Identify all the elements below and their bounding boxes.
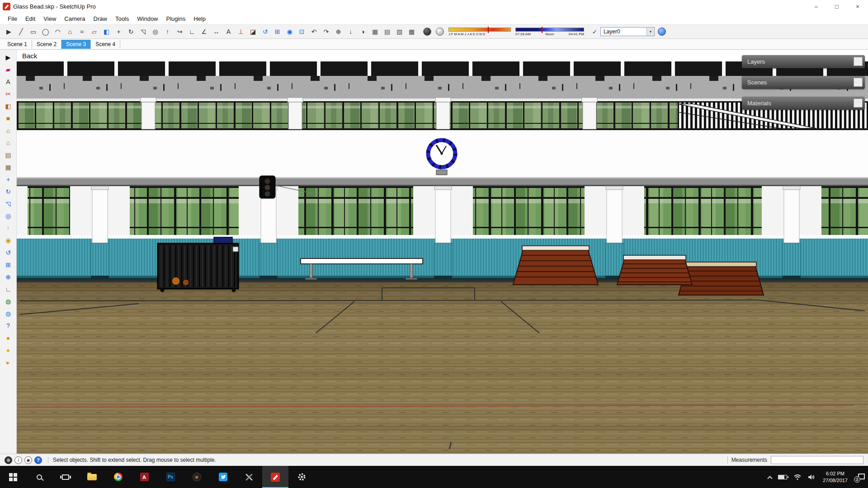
taskbar-twitter[interactable] [210, 466, 236, 488]
shadow-date-slider[interactable]: J F M A M J J A S O N D [448, 28, 511, 36]
orbit-tool-icon[interactable]: ↺ [2, 246, 14, 258]
measurements-input[interactable] [771, 456, 863, 464]
credits-icon[interactable]: i [14, 456, 22, 464]
taskbar-audio-app[interactable]: ◉ [184, 466, 210, 488]
taskbar-photoshop[interactable]: Ps [157, 466, 184, 488]
zoom-tool-icon[interactable]: ◉ [283, 26, 296, 38]
vaulting-box-large[interactable] [513, 246, 598, 285]
tape-measure-icon[interactable]: ∟ [186, 26, 198, 38]
clerestory-windows[interactable] [17, 98, 868, 130]
taskbar-utility-app[interactable] [236, 466, 262, 488]
layer-dropdown[interactable]: Layer0 ▾ [600, 27, 655, 36]
taskbar-settings[interactable] [288, 466, 315, 488]
viewport[interactable]: Back [17, 50, 868, 454]
select-tool-icon[interactable]: ▶ [3, 26, 15, 38]
marker-icon[interactable]: ● [2, 332, 14, 344]
menu-plugins[interactable]: Plugins [162, 14, 190, 23]
eraser-tool-icon[interactable]: ▱ [88, 26, 100, 38]
look-around-icon[interactable]: ◑ [357, 26, 369, 38]
help-icon[interactable]: ? [34, 456, 42, 464]
minimize-button[interactable]: – [806, 0, 826, 13]
paint-tool-icon[interactable]: ◧ [2, 100, 14, 112]
marker2-icon[interactable]: ● [2, 344, 14, 356]
tape-measure-icon[interactable]: ∟ [2, 283, 14, 295]
axes-tool-icon[interactable]: ⊥ [235, 26, 247, 38]
beam[interactable] [17, 177, 868, 186]
taskbar-adobe[interactable]: A [131, 466, 157, 488]
zoom-extents-icon[interactable]: ⊡ [296, 26, 308, 38]
fog-toggle-icon[interactable] [436, 28, 444, 36]
next-view-icon[interactable]: ↷ [320, 26, 332, 38]
offset-tool-icon[interactable]: ◎ [2, 210, 14, 222]
floor[interactable] [17, 281, 868, 454]
add-location-icon[interactable]: ◍ [2, 307, 14, 319]
vaulting-box-middle[interactable] [617, 255, 692, 285]
geolocation-icon[interactable]: ⊕ [5, 456, 12, 464]
tray-panel-toggle[interactable] [854, 78, 863, 87]
walk-tool-icon[interactable]: ↓ [344, 26, 357, 38]
layer-manager-icon[interactable] [658, 28, 666, 36]
account-icon[interactable]: ☻ [24, 456, 32, 464]
rotate-tool-icon[interactable]: ↻ [125, 26, 137, 38]
wireframe-style-icon[interactable]: ▤ [381, 26, 393, 38]
move-tool-icon[interactable]: + [2, 173, 14, 185]
model-viewport[interactable] [17, 50, 868, 454]
help-icon[interactable]: ? [2, 319, 14, 332]
pan-tool-icon[interactable]: ⊞ [271, 26, 283, 38]
menu-draw[interactable]: Draw [90, 14, 111, 23]
rotate-tool-icon[interactable]: ↻ [2, 185, 14, 197]
archive-icon[interactable]: ▦ [2, 161, 14, 173]
textured-style-icon[interactable]: ▩ [406, 26, 418, 38]
freehand-tool-icon[interactable]: ≈ [76, 26, 88, 38]
orbit-tool-icon[interactable]: ↺ [259, 26, 271, 38]
text-tool-icon[interactable]: A [222, 26, 235, 38]
move-tool-icon[interactable]: + [113, 26, 125, 38]
tray-panel-toggle[interactable] [854, 99, 863, 108]
menu-view[interactable]: View [39, 14, 60, 23]
position-camera-icon[interactable]: ⊕ [332, 26, 344, 38]
select-tool-icon[interactable]: ▶ [2, 51, 14, 63]
shaded-style-icon[interactable]: ▧ [393, 26, 406, 38]
dimension-tool-icon[interactable]: ↔ [210, 26, 222, 38]
menu-window[interactable]: Window [133, 14, 162, 23]
stack-icon[interactable]: ▤ [2, 149, 14, 161]
volume-indicator[interactable] [805, 466, 819, 488]
menu-camera[interactable]: Camera [60, 14, 89, 23]
menu-tools[interactable]: Tools [111, 14, 133, 23]
start-button[interactable] [0, 466, 26, 488]
close-button[interactable]: × [847, 0, 868, 13]
cut-tool-icon[interactable]: ✂ [2, 88, 14, 100]
protractor-icon[interactable]: ∠ [198, 26, 210, 38]
push-pull-tool-icon[interactable]: ↑ [161, 26, 174, 38]
rectangle-tool-icon[interactable]: ▭ [27, 26, 39, 38]
taskbar-explorer[interactable] [79, 466, 105, 488]
shadow-time-slider[interactable]: 07:28 AM Noon 04:41 PM [515, 28, 584, 36]
previous-view-icon[interactable]: ↶ [308, 26, 320, 38]
paint-bucket-icon[interactable]: ◧ [100, 26, 113, 38]
section-plane-icon[interactable]: ◪ [247, 26, 259, 38]
task-view-button[interactable] [52, 466, 79, 488]
wifi-indicator[interactable] [790, 466, 805, 488]
polygon-tool-icon[interactable]: ⌂ [64, 26, 76, 38]
xray-style-icon[interactable]: ▦ [369, 26, 381, 38]
warehouse-icon[interactable]: ⌂ [2, 136, 14, 149]
arc-tool-icon[interactable]: ◠ [52, 26, 64, 38]
component-tool-icon[interactable]: ■ [2, 112, 14, 124]
follow-me-tool-icon[interactable]: ↪ [174, 26, 186, 38]
equipment-cart[interactable] [158, 237, 238, 292]
line-tool-icon[interactable]: ╱ [15, 26, 27, 38]
taskbar-search-button[interactable] [26, 466, 52, 488]
bucket-tool-icon[interactable]: ◉ [2, 234, 14, 246]
text-tool-icon[interactable]: A [2, 75, 14, 88]
taskbar-chrome[interactable] [105, 466, 131, 488]
tray-expand-button[interactable] [765, 466, 775, 488]
menu-help[interactable]: Help [189, 14, 210, 23]
menu-edit[interactable]: Edit [21, 14, 39, 23]
taskbar-clock[interactable]: 6:02 PM 27/08/2017 [819, 466, 852, 488]
ceiling[interactable] [17, 61, 868, 101]
scale-tool-icon[interactable]: ◹ [137, 26, 149, 38]
scene-tab-4[interactable]: Scene 4 [91, 40, 120, 49]
offset-tool-icon[interactable]: ◎ [149, 26, 161, 38]
menu-file[interactable]: File [4, 14, 21, 23]
chevron-down-icon[interactable]: ▾ [646, 28, 654, 36]
